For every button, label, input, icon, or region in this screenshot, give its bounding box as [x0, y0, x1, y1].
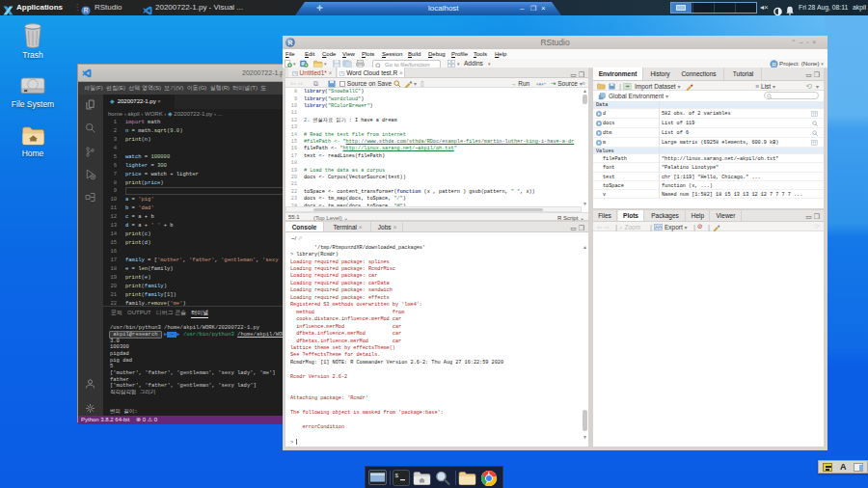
svg-text:R: R [84, 7, 89, 14]
svg-text:$: $ [395, 473, 399, 479]
svg-text:R: R [772, 61, 775, 67]
svg-text:R: R [287, 40, 292, 46]
